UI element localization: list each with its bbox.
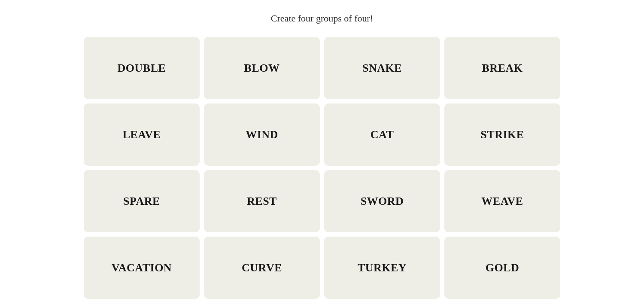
tile-label-gold: GOLD	[486, 261, 519, 274]
tile-double[interactable]: DOUBLE	[84, 37, 200, 99]
tile-label-double: DOUBLE	[118, 62, 166, 75]
tile-break[interactable]: BREAK	[444, 37, 560, 99]
word-grid: DOUBLEBLOWSNAKEBREAKLEAVEWINDCATSTRIKESP…	[84, 37, 560, 299]
tile-label-vacation: VACATION	[112, 261, 172, 274]
tile-label-leave: LEAVE	[123, 128, 161, 141]
tile-vacation[interactable]: VACATION	[84, 237, 200, 299]
tile-label-turkey: TURKEY	[358, 261, 407, 274]
tile-label-curve: CURVE	[242, 261, 282, 274]
tile-wind[interactable]: WIND	[204, 103, 320, 166]
tile-blow[interactable]: BLOW	[204, 37, 320, 99]
tile-snake[interactable]: SNAKE	[324, 37, 440, 99]
tile-label-snake: SNAKE	[362, 62, 402, 75]
page-subtitle: Create four groups of four!	[271, 13, 373, 24]
tile-curve[interactable]: CURVE	[204, 237, 320, 299]
tile-label-sword: SWORD	[361, 195, 404, 208]
tile-strike[interactable]: STRIKE	[444, 103, 560, 166]
tile-label-spare: SPARE	[123, 195, 160, 208]
tile-label-blow: BLOW	[244, 62, 280, 75]
tile-gold[interactable]: GOLD	[444, 237, 560, 299]
tile-spare[interactable]: SPARE	[84, 170, 200, 232]
tile-rest[interactable]: REST	[204, 170, 320, 232]
tile-label-weave: WEAVE	[481, 195, 523, 208]
tile-label-cat: CAT	[371, 128, 394, 141]
tile-turkey[interactable]: TURKEY	[324, 237, 440, 299]
tile-sword[interactable]: SWORD	[324, 170, 440, 232]
tile-cat[interactable]: CAT	[324, 103, 440, 166]
tile-label-rest: REST	[247, 195, 277, 208]
tile-label-strike: STRIKE	[480, 128, 524, 141]
tile-weave[interactable]: WEAVE	[444, 170, 560, 232]
tile-label-break: BREAK	[482, 62, 523, 75]
tile-label-wind: WIND	[246, 128, 278, 141]
tile-leave[interactable]: LEAVE	[84, 103, 200, 166]
